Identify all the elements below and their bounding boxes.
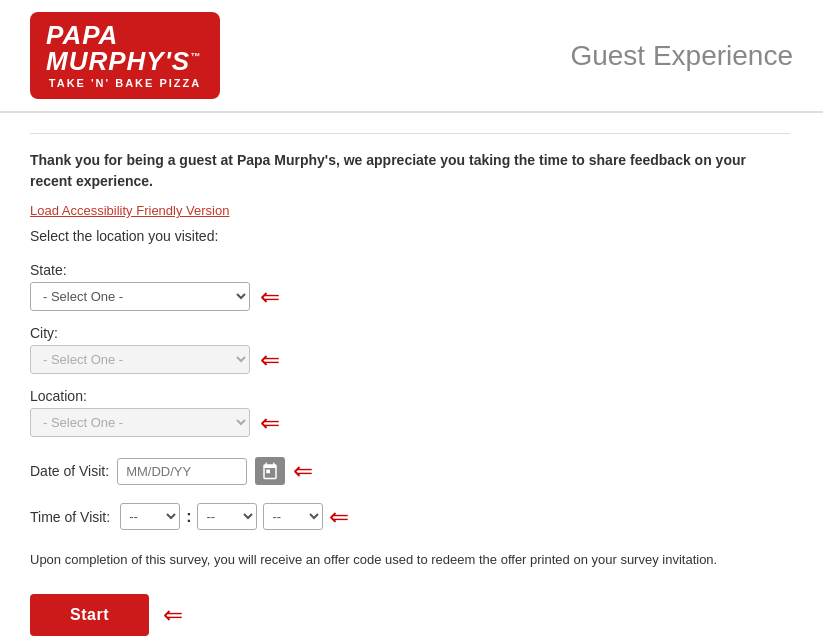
city-field-group: City: - Select One - ⇐ [30, 325, 790, 374]
location-arrow-indicator: ⇐ [260, 411, 280, 435]
intro-text: Thank you for being a guest at Papa Murp… [30, 150, 790, 192]
offer-text: Upon completion of this survey, you will… [30, 550, 790, 570]
time-ampm-select[interactable]: -- [263, 503, 323, 530]
logo-name: PAPA MURPHY'S™ [46, 22, 204, 74]
main-content: Thank you for being a guest at Papa Murp… [0, 113, 820, 639]
location-prompt: Select the location you visited: [30, 228, 790, 244]
logo-tagline: TAKE 'N' BAKE PIZZA [49, 77, 201, 89]
state-field-group: State: - Select One - ⇐ [30, 262, 790, 311]
time-minute-select[interactable]: -- [197, 503, 257, 530]
time-visit-row: Time of Visit: -- : -- -- ⇐ [30, 503, 790, 530]
time-colon: : [186, 508, 191, 526]
date-label: Date of Visit: [30, 463, 109, 479]
time-arrow-indicator: ⇐ [329, 505, 349, 529]
time-label: Time of Visit: [30, 509, 110, 525]
city-arrow-indicator: ⇐ [260, 348, 280, 372]
date-visit-row: Date of Visit: ⇐ [30, 457, 790, 485]
start-button[interactable]: Start [30, 594, 149, 636]
accessibility-link[interactable]: Load Accessibility Friendly Version [30, 203, 229, 218]
location-field-group: Location: - Select One - ⇐ [30, 388, 790, 437]
header-divider [30, 133, 790, 134]
location-label: Location: [30, 388, 790, 404]
calendar-icon-button[interactable] [255, 457, 285, 485]
date-input[interactable] [117, 458, 247, 485]
page-header: PAPA MURPHY'S™ TAKE 'N' BAKE PIZZA Guest… [0, 0, 823, 113]
state-select[interactable]: - Select One - [30, 282, 250, 311]
start-arrow-indicator: ⇐ [163, 603, 183, 627]
start-row: Start ⇐ [30, 594, 790, 636]
city-label: City: [30, 325, 790, 341]
city-select[interactable]: - Select One - [30, 345, 250, 374]
location-select[interactable]: - Select One - [30, 408, 250, 437]
page-title: Guest Experience [570, 40, 793, 72]
state-label: State: [30, 262, 790, 278]
time-hour-select[interactable]: -- [120, 503, 180, 530]
logo: PAPA MURPHY'S™ TAKE 'N' BAKE PIZZA [30, 12, 220, 99]
date-arrow-indicator: ⇐ [293, 459, 313, 483]
state-arrow-indicator: ⇐ [260, 285, 280, 309]
